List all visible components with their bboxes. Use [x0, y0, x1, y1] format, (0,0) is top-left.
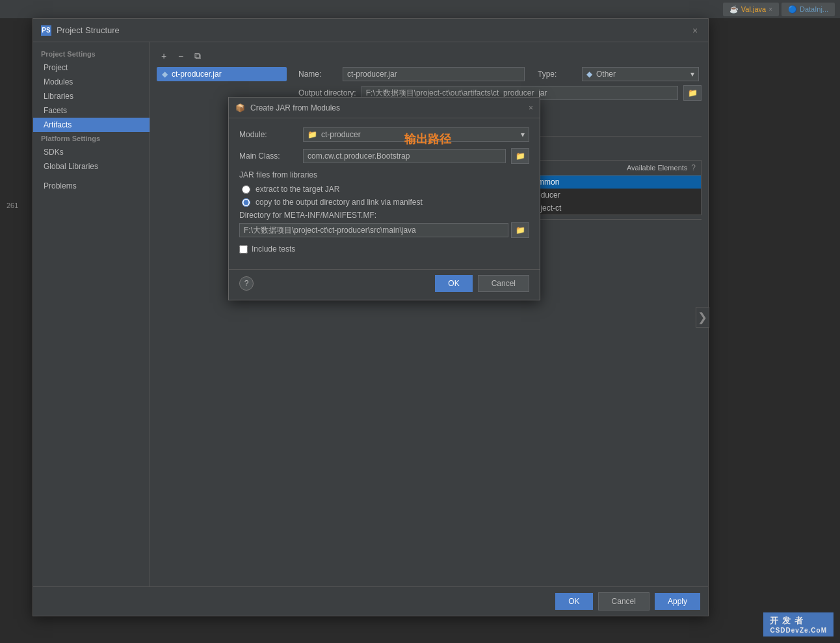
footer-buttons: OK Cancel — [435, 275, 529, 292]
copy-artifact-button[interactable]: ⧉ — [190, 49, 205, 63]
tab-val-java[interactable]: ☕ Val.java × — [723, 3, 779, 16]
tab-datainj[interactable]: 🔵 DataInj... — [781, 3, 835, 16]
name-type-row: Name: Type: ◆ Other ▾ — [298, 67, 702, 81]
help-icon[interactable]: ? — [691, 163, 696, 172]
available-elements-title: Available Elements — [627, 164, 687, 172]
extract-radio[interactable] — [242, 185, 250, 194]
java-icon: ☕ — [729, 5, 739, 14]
top-bar: ☕ Val.java × 🔵 DataInj... — [0, 0, 840, 18]
include-tests-checkbox[interactable] — [239, 245, 248, 254]
type-value: Other — [596, 70, 616, 79]
create-jar-close-button[interactable]: × — [529, 103, 533, 112]
manifest-dir-input[interactable] — [239, 223, 508, 237]
jar-files-label: JAR files from libraries — [239, 170, 529, 179]
datainj-icon: 🔵 — [788, 5, 797, 14]
manifest-dir-browse-button[interactable]: 📁 — [511, 222, 529, 238]
type-label: Type: — [538, 70, 577, 79]
output-dir-label: Output directory: — [298, 88, 356, 98]
name-input[interactable] — [343, 67, 525, 81]
type-dropdown-icon: ▾ — [690, 70, 694, 79]
sidebar: Project Settings Project Modules Librari… — [33, 42, 150, 586]
module-dropdown-icon: ▾ — [521, 130, 525, 139]
main-class-browse-button[interactable]: 📁 — [511, 148, 529, 164]
output-dir-browse-button[interactable]: 📁 — [683, 85, 702, 101]
copy-option-row: copy to the output directory and link vi… — [239, 198, 529, 207]
sidebar-item-facets[interactable]: Facets — [33, 103, 150, 118]
name-label: Name: — [298, 70, 337, 79]
extract-label: extract to the target JAR — [256, 185, 339, 194]
main-class-input[interactable] — [303, 149, 506, 163]
cancel-button[interactable]: Cancel — [598, 592, 650, 610]
annotation-text: 输出路径 — [404, 131, 451, 147]
create-jar-title-icon: 📦 — [235, 103, 245, 112]
line-number: 261 — [7, 202, 18, 209]
copy-label: copy to the output directory and link vi… — [256, 198, 423, 207]
jar-cancel-button[interactable]: Cancel — [478, 275, 529, 292]
create-jar-titlebar: 📦 Create JAR from Modules × — [229, 98, 540, 118]
help-button[interactable]: ? — [239, 276, 254, 291]
sidebar-item-problems[interactable]: Problems — [33, 179, 150, 193]
dialog-footer: OK Cancel Apply — [33, 586, 708, 616]
remove-artifact-button[interactable]: − — [174, 49, 188, 63]
dialog-title-area: PS Project Structure — [41, 25, 120, 36]
sidebar-item-libraries[interactable]: Libraries — [33, 89, 150, 103]
module-label: Module: — [239, 130, 298, 139]
project-settings-header: Project Settings — [33, 47, 150, 60]
module-icon: 📁 — [308, 130, 317, 139]
collapse-button[interactable]: ❯ — [696, 307, 709, 328]
ok-button[interactable]: OK — [555, 593, 592, 610]
editor-tabs: ☕ Val.java × 🔵 DataInj... — [723, 3, 835, 16]
add-artifact-button[interactable]: + — [157, 49, 171, 63]
dialog-close-button[interactable]: × — [690, 25, 700, 36]
sidebar-item-global-libraries[interactable]: Global Libraries — [33, 159, 150, 174]
type-select[interactable]: ◆ Other ▾ — [582, 67, 699, 81]
jar-ok-button[interactable]: OK — [435, 275, 472, 292]
create-jar-body: Module: 📁 ct-producer ▾ Main Class: 📁 JA… — [229, 118, 540, 269]
sidebar-item-modules[interactable]: Modules — [33, 75, 150, 89]
watermark: 开 发 者 CSDDevZe.CoM — [763, 612, 833, 636]
apply-button[interactable]: Apply — [655, 593, 700, 610]
artifact-tree-item[interactable]: ◆ ct-producer.jar — [157, 67, 287, 81]
main-class-row: Main Class: 📁 — [239, 148, 529, 164]
module-value: ct-producer — [321, 130, 361, 139]
dialog-titlebar: PS Project Structure × — [33, 19, 708, 42]
project-structure-dialog: PS Project Structure × Project Settings … — [33, 18, 709, 616]
sidebar-item-artifacts[interactable]: Artifacts — [33, 118, 150, 132]
extract-option-row: extract to the target JAR — [239, 185, 529, 194]
dialog-title-text: Project Structure — [57, 25, 120, 35]
manifest-dir-label: Directory for META-INF/MANIFEST.MF: — [239, 211, 529, 220]
manifest-dir-row: Directory for META-INF/MANIFEST.MF: 📁 — [239, 211, 529, 238]
type-icon: ◆ — [586, 70, 592, 79]
manifest-dir-input-row: 📁 — [239, 222, 529, 238]
include-tests-row: Include tests — [239, 244, 529, 254]
module-row: Module: 📁 ct-producer ▾ — [239, 127, 529, 142]
artifact-icon: ◆ — [162, 70, 168, 79]
sidebar-item-project[interactable]: Project — [33, 60, 150, 75]
tab-close-val[interactable]: × — [768, 6, 772, 13]
sidebar-item-sdks[interactable]: SDKs — [33, 145, 150, 159]
artifact-name: ct-producer.jar — [172, 70, 222, 79]
platform-settings-header: Platform Settings — [33, 132, 150, 145]
create-jar-footer: ? OK Cancel — [229, 269, 540, 300]
include-tests-label: Include tests — [252, 244, 295, 254]
dialog-title-icon: PS — [41, 25, 51, 36]
create-jar-dialog: 📦 Create JAR from Modules × Module: 📁 ct… — [228, 97, 540, 300]
artifact-toolbar: + − ⧉ — [157, 49, 702, 63]
copy-radio[interactable] — [242, 198, 250, 207]
main-class-label: Main Class: — [239, 151, 298, 161]
create-jar-title-text: Create JAR from Modules — [250, 103, 340, 112]
create-jar-title-area: 📦 Create JAR from Modules — [235, 103, 340, 112]
